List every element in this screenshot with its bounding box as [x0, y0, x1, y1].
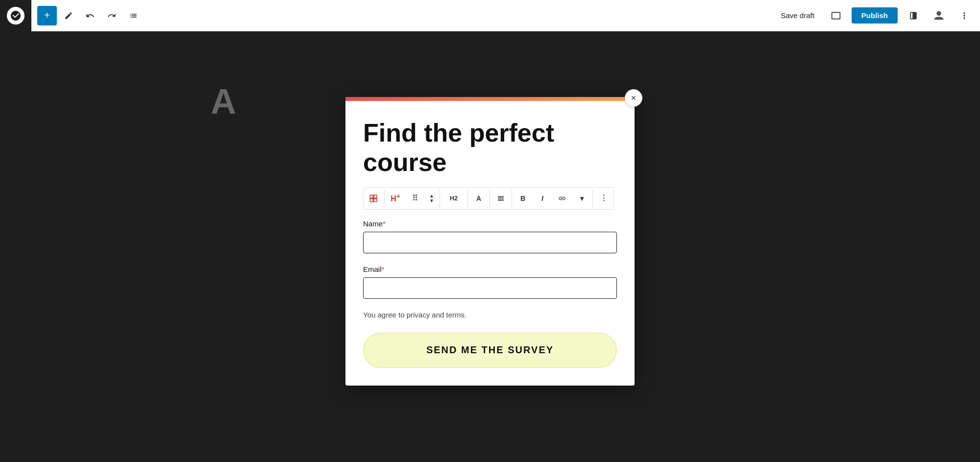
move-up-button[interactable]: ▲ ▼	[425, 188, 439, 209]
email-label: Email*	[363, 265, 617, 273]
modal-accent-bar	[345, 97, 635, 101]
toolbar-divider-1	[384, 190, 385, 207]
wordpress-logo[interactable]	[0, 0, 31, 31]
name-required: *	[383, 219, 386, 228]
text-color-button[interactable]: A	[469, 188, 489, 209]
preview-button[interactable]	[826, 6, 846, 25]
redo-button[interactable]	[102, 6, 122, 25]
publish-button[interactable]: Publish	[852, 7, 898, 24]
svg-rect-3	[370, 198, 373, 201]
toolbar-divider-2	[440, 190, 440, 207]
more-toolbar-button[interactable]: ▾	[572, 188, 591, 209]
toolbar-divider-6	[592, 190, 593, 207]
svg-rect-1	[370, 195, 373, 198]
italic-button[interactable]: I	[533, 188, 552, 209]
modal-body: Find the perfect course H+ ⠿	[345, 101, 635, 386]
modal-overlay: × Find the perfect course H+	[0, 63, 980, 462]
toolbar-divider-5	[512, 190, 512, 207]
form-modal: × Find the perfect course H+	[345, 97, 635, 386]
toolbar-divider-4	[490, 190, 490, 207]
drag-button[interactable]: ⠿	[405, 188, 425, 209]
link-button[interactable]	[552, 188, 572, 209]
block-toolbar: H+ ⠿ ▲ ▼ H2 A	[363, 187, 614, 210]
heading-button[interactable]: H+	[386, 188, 405, 209]
chevron-down-icon: ▼	[429, 198, 434, 203]
toolbar-divider-3	[467, 190, 468, 207]
align-button[interactable]	[491, 188, 511, 209]
svg-point-0	[936, 11, 941, 15]
modal-title: Find the perfect course	[363, 119, 617, 177]
toolbar-group-heading: H+ ⠿ ▲ ▼	[386, 188, 439, 209]
bold-button[interactable]: B	[513, 188, 533, 209]
topbar-right: Save draft Publish	[775, 6, 980, 25]
sidebar-toggle-button[interactable]	[904, 6, 923, 25]
topbar: + Save draft Publish	[0, 0, 980, 31]
more-options-button[interactable]	[955, 6, 974, 25]
block-more-button[interactable]: ⋮	[594, 188, 613, 209]
add-block-button[interactable]: +	[37, 6, 57, 25]
email-field-group: Email*	[363, 265, 617, 299]
edit-tool-button[interactable]	[59, 6, 78, 25]
email-required: *	[382, 265, 385, 273]
wp-logo-circle	[7, 7, 24, 24]
svg-rect-4	[374, 198, 377, 201]
h2-button[interactable]: H2	[441, 188, 466, 209]
name-field-group: Name*	[363, 219, 617, 253]
privacy-text: You agree to privacy and terms.	[363, 311, 617, 319]
email-input[interactable]	[363, 277, 617, 299]
heading-icon: H+	[391, 193, 400, 203]
block-type-button[interactable]	[364, 188, 383, 209]
user-avatar-button[interactable]	[929, 6, 949, 25]
list-view-button[interactable]	[123, 6, 143, 25]
name-input[interactable]	[363, 232, 617, 253]
undo-button[interactable]	[80, 6, 100, 25]
close-icon: ×	[631, 93, 637, 103]
toolbar-group-block	[364, 188, 383, 209]
name-label: Name*	[363, 219, 617, 228]
submit-survey-button[interactable]: SEND ME THE SURVEY	[363, 333, 617, 368]
editor-tools: +	[31, 6, 149, 25]
save-draft-button[interactable]: Save draft	[775, 7, 820, 24]
svg-rect-2	[374, 195, 377, 198]
modal-close-button[interactable]: ×	[625, 89, 642, 107]
editor-content: A × Find the perfect course	[0, 31, 980, 462]
